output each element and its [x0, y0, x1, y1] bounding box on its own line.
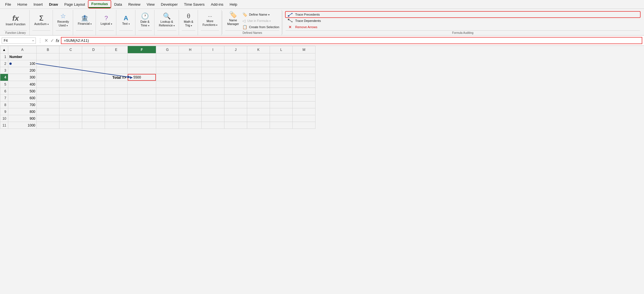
row-header-1[interactable]: 1 [0, 53, 8, 60]
cell-E7[interactable] [105, 95, 128, 102]
cell-J1[interactable] [224, 53, 247, 60]
cell-G4[interactable] [156, 74, 179, 81]
cell-F10[interactable] [128, 115, 156, 122]
col-header-K[interactable]: K [247, 46, 270, 53]
cell-F1[interactable] [128, 53, 156, 60]
cell-G10[interactable] [156, 115, 179, 122]
cell-K10[interactable] [247, 115, 270, 122]
cell-C5[interactable] [59, 81, 82, 88]
cell-G8[interactable] [156, 102, 179, 108]
cell-L11[interactable] [270, 122, 293, 129]
cell-I5[interactable] [202, 81, 224, 88]
col-header-L[interactable]: L [270, 46, 293, 53]
cell-H11[interactable] [179, 122, 202, 129]
text-button[interactable]: A Text ▾ [119, 14, 133, 27]
cell-J9[interactable] [224, 108, 247, 115]
row-header-2[interactable]: 2 [0, 60, 8, 67]
cell-B6[interactable] [37, 88, 59, 95]
cell-L6[interactable] [270, 88, 293, 95]
cell-B5[interactable] [37, 81, 59, 88]
more-functions-button[interactable]: ··· MoreFunctions ▾ [201, 13, 219, 28]
cell-F4[interactable]: ➤ 5500 [128, 74, 156, 81]
cell-A4[interactable]: 300 [8, 74, 37, 81]
cell-D1[interactable] [82, 53, 105, 60]
cell-B3[interactable] [37, 67, 59, 74]
row-header-7[interactable]: 7 [0, 95, 8, 102]
cell-D11[interactable] [82, 122, 105, 129]
cell-J11[interactable] [224, 122, 247, 129]
logical-button[interactable]: ? Logical ▾ [99, 14, 113, 27]
remove-arrows-button[interactable]: ✕ Remove Arrows [286, 24, 640, 30]
cell-C6[interactable] [59, 88, 82, 95]
menu-formulas[interactable]: Formulas [88, 1, 111, 8]
cell-A9[interactable]: 800 [8, 108, 37, 115]
cell-G1[interactable] [156, 53, 179, 60]
cell-B11[interactable] [37, 122, 59, 129]
cell-J10[interactable] [224, 115, 247, 122]
cell-K3[interactable] [247, 67, 270, 74]
name-box[interactable]: F4 ▾ [2, 38, 36, 44]
menu-time-savers[interactable]: Time Savers [181, 1, 207, 8]
col-header-I[interactable]: I [202, 46, 224, 53]
menu-developer[interactable]: Developer [158, 1, 181, 8]
cell-I10[interactable] [202, 115, 224, 122]
cell-L9[interactable] [270, 108, 293, 115]
date-time-button[interactable]: 🕐 Date &Time ▾ [138, 12, 152, 28]
recently-used-button[interactable]: ☆ RecentlyUsed ▾ [56, 12, 71, 28]
col-header-C[interactable]: C [59, 46, 82, 53]
row-header-6[interactable]: 6 [0, 88, 8, 95]
row-header-5[interactable]: 5 [0, 81, 8, 88]
cell-A3[interactable]: 200 [8, 67, 37, 74]
cell-I7[interactable] [202, 95, 224, 102]
cell-K9[interactable] [247, 108, 270, 115]
menu-review[interactable]: Review [125, 1, 143, 8]
cell-A2[interactable]: 100 [8, 60, 37, 67]
cell-E9[interactable] [105, 108, 128, 115]
lookup-button[interactable]: 🔍 Lookup &Reference ▾ [157, 12, 176, 28]
cell-B1[interactable] [37, 53, 59, 60]
cell-H5[interactable] [179, 81, 202, 88]
autosum-button[interactable]: Σ AutoSum ▾ [32, 14, 50, 27]
cell-I4[interactable] [202, 74, 224, 81]
cell-J5[interactable] [224, 81, 247, 88]
cell-C9[interactable] [59, 108, 82, 115]
cell-L7[interactable] [270, 95, 293, 102]
cell-L1[interactable] [270, 53, 293, 60]
cell-L5[interactable] [270, 81, 293, 88]
cell-B2[interactable] [37, 60, 59, 67]
menu-view[interactable]: View [144, 1, 158, 8]
menu-draw[interactable]: Draw [46, 1, 61, 8]
cell-I2[interactable] [202, 60, 224, 67]
cell-C10[interactable] [59, 115, 82, 122]
cell-C2[interactable] [59, 60, 82, 67]
cell-K6[interactable] [247, 88, 270, 95]
row-header-9[interactable]: 9 [0, 108, 8, 115]
cell-J8[interactable] [224, 102, 247, 108]
cell-H4[interactable] [179, 74, 202, 81]
cell-I3[interactable] [202, 67, 224, 74]
cell-J4[interactable] [224, 74, 247, 81]
cell-F11[interactable] [128, 122, 156, 129]
cell-C4[interactable] [59, 74, 82, 81]
cell-M3[interactable] [293, 67, 315, 74]
menu-data[interactable]: Data [111, 1, 125, 8]
cell-E3[interactable] [105, 67, 128, 74]
cell-F9[interactable] [128, 108, 156, 115]
cell-L4[interactable] [270, 74, 293, 81]
col-header-H[interactable]: H [179, 46, 202, 53]
cell-E8[interactable] [105, 102, 128, 108]
cell-H10[interactable] [179, 115, 202, 122]
cell-K11[interactable] [247, 122, 270, 129]
row-header-4[interactable]: 4 [0, 74, 8, 81]
cell-D8[interactable] [82, 102, 105, 108]
cell-L2[interactable] [270, 60, 293, 67]
menu-insert[interactable]: Insert [31, 1, 46, 8]
cell-G9[interactable] [156, 108, 179, 115]
menu-help[interactable]: Help [227, 1, 240, 8]
cell-E2[interactable] [105, 60, 128, 67]
cell-G7[interactable] [156, 95, 179, 102]
cell-G11[interactable] [156, 122, 179, 129]
cell-H8[interactable] [179, 102, 202, 108]
trace-dependents-button[interactable]: Trace Dependents [286, 18, 640, 24]
cell-M4[interactable] [293, 74, 315, 81]
